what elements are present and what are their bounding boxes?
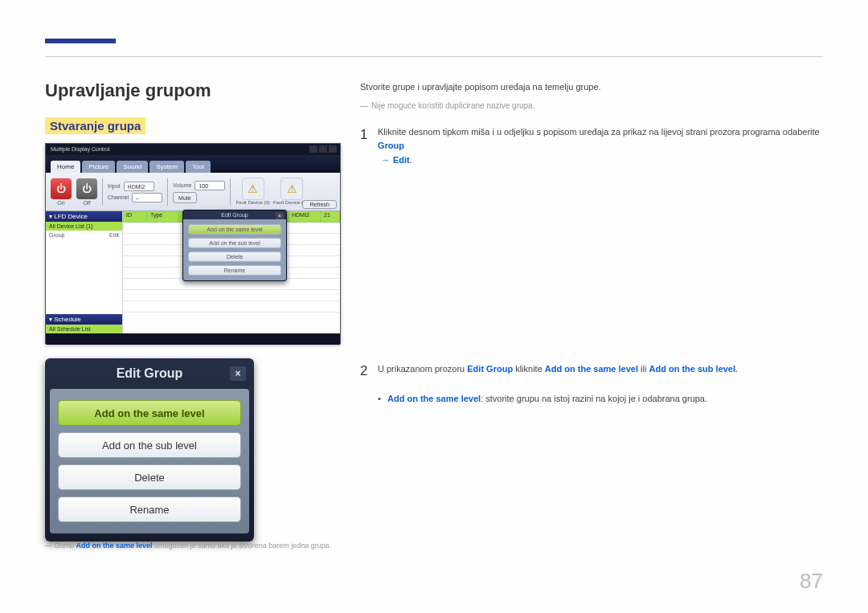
step-number: 2 bbox=[360, 360, 378, 383]
warning-icon[interactable]: ⚠ bbox=[242, 178, 264, 200]
power-off-button[interactable]: ⏻ bbox=[76, 178, 97, 199]
footnote: ― Gumb Add on the same level omogućen je… bbox=[45, 541, 331, 550]
grid-row[interactable] bbox=[123, 301, 340, 313]
delete-button[interactable]: Delete bbox=[188, 251, 281, 262]
tab-sound[interactable]: Sound bbox=[117, 161, 148, 173]
grid-row[interactable] bbox=[123, 290, 340, 301]
page-title: Upravljanje grupom bbox=[45, 80, 211, 101]
sidebar-schedule-header[interactable]: ▾ Schedule bbox=[46, 314, 122, 325]
dialog-title: Edit Group bbox=[45, 358, 254, 389]
statusbar bbox=[46, 333, 340, 345]
power-on-button[interactable]: ⏻ bbox=[51, 178, 72, 199]
edit-group-mini-dialog: Edit Group× Add on the same level Add on… bbox=[182, 210, 287, 281]
tab-picture[interactable]: Picture bbox=[82, 161, 115, 173]
dialog-title: Edit Group× bbox=[183, 210, 286, 219]
page-number: 87 bbox=[800, 569, 823, 594]
header-rule bbox=[45, 56, 823, 57]
note-text: ―Nije moguće koristiti duplicirane naziv… bbox=[360, 100, 823, 112]
sidebar-all-devices[interactable]: All Device List (1) bbox=[46, 222, 122, 231]
window-titlebar: Multiple Display Control bbox=[46, 144, 340, 155]
header-accent bbox=[45, 39, 116, 43]
toolbar: ⏻ On ⏻ Off InputHDMI2 Channel– Volume100… bbox=[46, 173, 340, 211]
tab-system[interactable]: System bbox=[149, 161, 184, 173]
delete-button[interactable]: Delete bbox=[58, 464, 241, 490]
arrow-icon: → bbox=[381, 155, 390, 165]
close-icon[interactable]: × bbox=[230, 366, 246, 381]
bullet-icon: • bbox=[378, 391, 387, 407]
tab-bar: Home Picture Sound System Tool bbox=[46, 155, 340, 173]
sidebar-schedule-list[interactable]: All Schedule List bbox=[46, 325, 122, 333]
mute-button[interactable]: Mute bbox=[173, 192, 197, 203]
step-2: 2 U prikazanom prozoru Edit Group klikni… bbox=[360, 360, 823, 383]
refresh-button[interactable]: Refresh bbox=[302, 200, 337, 209]
sidebar: ▾ LFD Device All Device List (1) GroupEd… bbox=[46, 211, 123, 333]
warning-icon[interactable]: ⚠ bbox=[280, 178, 303, 200]
bullet-item: • Add on the same level: stvorite grupu … bbox=[360, 391, 823, 407]
add-sub-level-button[interactable]: Add on the sub level bbox=[58, 432, 241, 458]
add-same-level-button[interactable]: Add on the same level bbox=[58, 400, 241, 426]
sidebar-lfd-header[interactable]: ▾ LFD Device bbox=[46, 211, 122, 222]
rename-button[interactable]: Rename bbox=[188, 265, 281, 276]
close-icon[interactable]: × bbox=[276, 212, 284, 219]
screenshot-mdc-window: Multiple Display Control Home Picture So… bbox=[45, 143, 341, 344]
ui-group: Group bbox=[378, 141, 404, 150]
section-title: Stvaranje grupa bbox=[45, 117, 145, 134]
intro-text: Stvorite grupe i upravljajte popisom ure… bbox=[360, 80, 823, 95]
step-body: Kliknite desnom tipkom miša i u odjeljku… bbox=[378, 124, 823, 168]
tab-tool[interactable]: Tool bbox=[186, 161, 211, 173]
add-sub-level-button[interactable]: Add on the sub level bbox=[188, 238, 281, 248]
sidebar-group-row[interactable]: GroupEdit bbox=[46, 231, 122, 239]
channel-select[interactable]: – bbox=[132, 193, 162, 202]
step-number: 1 bbox=[360, 124, 378, 168]
input-select[interactable]: HDMI2 bbox=[124, 182, 154, 191]
volume-input[interactable]: 100 bbox=[194, 181, 225, 190]
window-controls[interactable] bbox=[309, 145, 337, 153]
tab-home[interactable]: Home bbox=[51, 161, 80, 173]
ui-edit: Edit bbox=[393, 155, 410, 165]
add-same-level-button[interactable]: Add on the same level bbox=[188, 224, 281, 235]
step-body: U prikazanom prozoru Edit Group kliknite… bbox=[378, 360, 823, 383]
step-1: 1 Kliknite desnom tipkom miša i u odjelj… bbox=[360, 124, 823, 168]
edit-group-dialog: Edit Group × Add on the same level Add o… bbox=[45, 358, 254, 541]
rename-button[interactable]: Rename bbox=[58, 497, 241, 522]
